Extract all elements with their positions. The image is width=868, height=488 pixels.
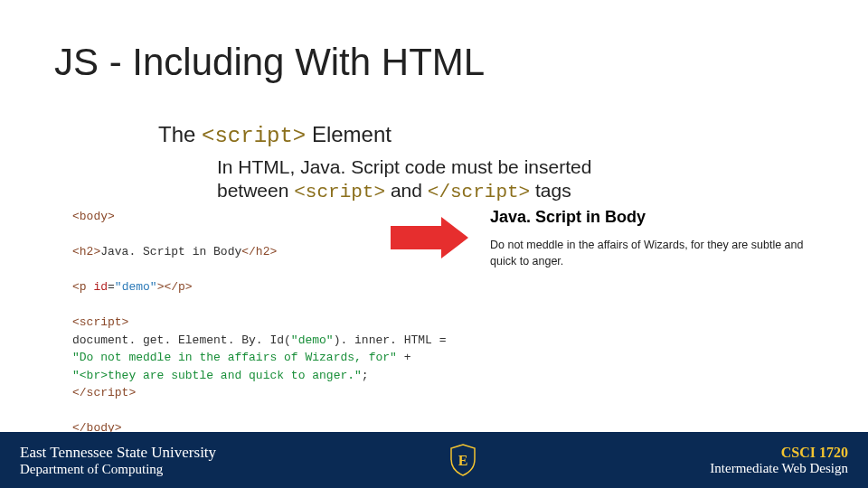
- page-title: JS - Including With HTML: [54, 41, 485, 84]
- description: In HTML, Java. Script code must be inser…: [217, 155, 696, 205]
- code-tag: <h2>: [72, 245, 100, 258]
- code-tag: </h2>: [241, 245, 277, 258]
- svg-text:E: E: [458, 453, 468, 468]
- footer-logo: E: [449, 444, 476, 476]
- desc-code1: <script>: [294, 182, 385, 202]
- footer-university: East Tennessee State University: [20, 444, 216, 462]
- footer-course-name: Intermediate Web Design: [710, 461, 848, 476]
- footer-department: Department of Computing: [20, 462, 216, 477]
- code-eq: =: [108, 280, 115, 294]
- subtitle: The <script> Element: [158, 122, 392, 148]
- code-val: "demo": [115, 280, 157, 294]
- code-attr: id: [93, 280, 108, 294]
- desc-line1: In HTML, Java. Script code must be inser…: [217, 156, 591, 177]
- shield-icon: E: [449, 444, 476, 476]
- subtitle-code: <script>: [202, 124, 306, 148]
- code-js: ). inner. HTML =: [334, 333, 447, 347]
- code-tag: <script>: [72, 315, 128, 329]
- subtitle-post: Element: [306, 122, 392, 146]
- render-text: Do not meddle in the affairs of Wizards,…: [490, 238, 807, 269]
- arrow-icon: [391, 217, 470, 258]
- footer-course-code: CSCI 1720: [781, 445, 848, 461]
- render-title: Java. Script in Body: [490, 208, 807, 227]
- code-tag: <body>: [72, 210, 115, 223]
- code-js: document. get. Element. By. Id(: [72, 333, 291, 347]
- code-tag: <p: [72, 280, 93, 294]
- footer-left: East Tennessee State University Departme…: [20, 444, 216, 477]
- code-tag: </script>: [72, 386, 136, 399]
- desc-line2-post: tags: [530, 180, 571, 201]
- desc-code2: </script>: [428, 182, 530, 202]
- code-str: "Do not meddle in the affairs of Wizards…: [72, 351, 397, 364]
- subtitle-pre: The: [158, 122, 202, 146]
- code-text: Java. Script in Body: [100, 245, 241, 258]
- code-js: +: [397, 351, 411, 364]
- code-tag: </p>: [164, 280, 192, 294]
- footer: East Tennessee State University Departme…: [0, 432, 868, 488]
- code-str: "demo": [291, 333, 334, 347]
- render-output: Java. Script in Body Do not meddle in th…: [490, 208, 807, 269]
- code-js: ;: [362, 369, 369, 382]
- code-str: "<br>they are subtle and quick to anger.…: [72, 369, 362, 382]
- desc-mid: and: [385, 180, 428, 201]
- footer-right: CSCI 1720 Intermediate Web Design: [710, 445, 848, 476]
- desc-line2-pre: between: [217, 180, 294, 201]
